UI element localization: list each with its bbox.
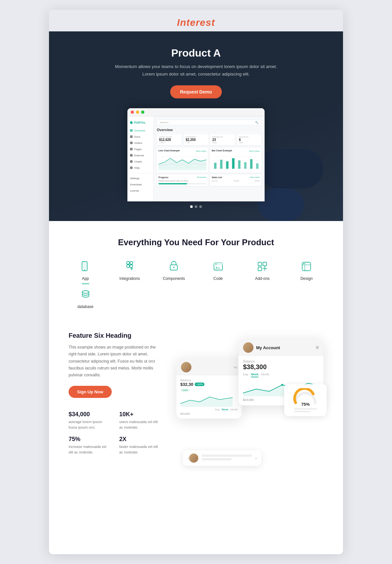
sidebar-logo: PORTAL: [127, 120, 153, 128]
carousel-dots: [62, 201, 330, 213]
svg-point-30: [215, 264, 215, 264]
signup-button[interactable]: Sign Up Now: [69, 386, 112, 398]
sidebar-item-help[interactable]: Help: [127, 165, 153, 171]
integrations-icon: [122, 259, 137, 274]
mockup-search[interactable]: Search... 🔍: [157, 120, 261, 125]
stats-list-card: Stats List View report SourceVisitedToda…: [210, 175, 261, 186]
app-underline: [82, 283, 89, 284]
sidebar-item-overview[interactable]: Overview: [127, 128, 153, 134]
stat-total-sales: TOTAL SALES $12,628 +.001: [157, 134, 182, 145]
svg-point-31: [216, 264, 217, 264]
bar-chart-svg: [212, 153, 260, 171]
stat-value-10k: 10K+: [119, 411, 160, 418]
mockup-body: PORTAL Overview Docs Orders: [127, 116, 265, 201]
phone-back-avatar: [181, 362, 191, 372]
balance-value: $38,300: [243, 363, 319, 371]
features-grid: App Integrations: [69, 259, 323, 312]
svg-rect-15: [250, 159, 253, 169]
brand-header: Interest: [49, 10, 343, 31]
svg-rect-9: [214, 163, 216, 169]
orders-icon: [130, 142, 133, 144]
tab-week[interactable]: Week: [251, 372, 258, 377]
svg-point-19: [84, 269, 85, 270]
stat-desc-34000: average lorem ipsum fusce ipsum orci.: [69, 419, 109, 430]
carousel-dot-1[interactable]: [190, 205, 193, 208]
phone-card-back: My Balance $32,30 +30% +24%: [176, 358, 242, 419]
pages-icon: [130, 148, 133, 150]
svg-rect-35: [258, 267, 262, 271]
feature-item-database[interactable]: database: [69, 287, 102, 312]
stat-value-34000: $34,000: [69, 411, 109, 418]
docs-icon: [130, 135, 133, 138]
line-chart-card: Line Chart Example More charts: [157, 148, 208, 173]
mockup-sidebar: PORTAL Overview Docs Orders: [127, 116, 154, 201]
dot-green: [141, 111, 144, 114]
bottom-sections: Progress All projects Project lorem ipsu…: [157, 175, 261, 186]
sidebar-item-charts[interactable]: Charts: [127, 159, 153, 165]
feature-six-heading: Feature Six Heading: [69, 332, 160, 339]
request-demo-button[interactable]: Request Demo: [170, 85, 222, 98]
feature-six-description: This example shows an image positioned o…: [69, 344, 160, 379]
phone-tabs: Day Week Month: [243, 372, 319, 377]
right-arrow-icon[interactable]: ›: [255, 455, 257, 461]
database-icon: [78, 287, 93, 302]
feature-item-design[interactable]: Design: [290, 259, 323, 284]
phone-mockup-container: My Balance $32,30 +30% +24%: [176, 332, 323, 469]
components-icon: [167, 259, 181, 274]
integrations-label: Integrations: [120, 276, 140, 281]
stat-item-10k: 10K+ users malesuada vel elit ac molesti…: [119, 411, 160, 430]
sidebar-item-settings[interactable]: Settings: [127, 175, 153, 181]
svg-rect-16: [256, 163, 258, 169]
feature-item-integrations[interactable]: Integrations: [113, 259, 146, 284]
feature-item-addons[interactable]: Add-ons: [245, 259, 279, 284]
feature-item-app[interactable]: App: [69, 259, 102, 284]
back-card-chart: [180, 394, 238, 408]
sidebar-item-license[interactable]: License: [127, 188, 153, 194]
phone-main-avatar: [243, 342, 253, 353]
svg-point-40: [304, 263, 305, 264]
carousel-dot-2[interactable]: [195, 205, 197, 208]
sidebar-item-pages[interactable]: Pages: [127, 146, 153, 152]
sidebar-item-download[interactable]: Download: [127, 181, 153, 188]
left-arrow-icon[interactable]: ‹: [188, 455, 189, 461]
bottom-avatar: [189, 453, 198, 463]
external-icon: [130, 154, 133, 157]
balance-label: Balance: [243, 360, 319, 363]
svg-rect-34: [263, 262, 267, 266]
carousel-dot-3[interactable]: [199, 205, 202, 208]
hero-title: Product A: [62, 47, 330, 59]
feature-item-code[interactable]: Code: [201, 259, 235, 284]
svg-rect-10: [220, 160, 222, 169]
hero-subtitle: Momentum allows your teams to focus on d…: [62, 63, 330, 78]
stat-item-34000: $34,000 average lorem ipsum fusce ipsum …: [69, 411, 109, 430]
svg-point-44: [281, 384, 283, 386]
features-section: Everything You Need For Your Product App: [49, 221, 343, 325]
tab-day[interactable]: Day: [243, 372, 248, 377]
bottom-info-lines: [202, 454, 252, 462]
feature-item-components[interactable]: Components: [157, 259, 191, 284]
app-label: App: [82, 276, 89, 281]
stat-desc-10k: users malesuada vel elit ac molestie.: [119, 419, 160, 430]
line-chart-area: [158, 153, 206, 171]
sidebar-logo-dot: [130, 121, 133, 124]
stat-expenses: EXPENSES $2,250 +.90: [184, 134, 208, 145]
components-label: Components: [163, 276, 185, 281]
sidebar-item-external[interactable]: External: [127, 152, 153, 159]
svg-rect-11: [226, 161, 228, 169]
sidebar-item-docs[interactable]: Docs: [127, 134, 153, 140]
filter-icon: ≡: [316, 345, 319, 350]
svg-rect-12: [232, 158, 234, 169]
svg-rect-21: [130, 262, 133, 264]
code-label: Code: [213, 276, 223, 281]
svg-rect-23: [130, 265, 133, 267]
feature-six-left: Feature Six Heading This example shows a…: [69, 332, 160, 455]
svg-point-27: [173, 267, 174, 268]
feature-six-section: Feature Six Heading This example shows a…: [49, 325, 343, 486]
code-icon: [211, 259, 225, 274]
tab-month[interactable]: Month: [261, 372, 269, 377]
phone-back-header: My: [176, 358, 242, 375]
svg-rect-13: [238, 160, 240, 169]
sidebar-item-orders[interactable]: Orders: [127, 140, 153, 146]
phone-bottom-card: ‹ ›: [183, 450, 261, 466]
svg-rect-14: [244, 162, 246, 169]
